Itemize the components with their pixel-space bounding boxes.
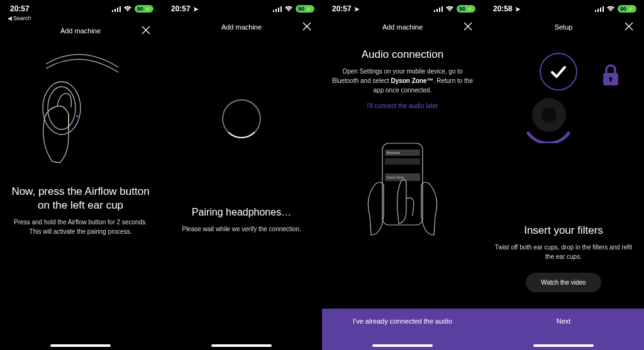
cellular-icon	[595, 6, 604, 12]
back-to-search[interactable]: ◀ Search	[0, 15, 161, 21]
header: Add machine	[0, 21, 161, 40]
status-bar: 20:57 ➤ 90⚡	[161, 0, 322, 18]
screen-3-audio-connection: 20:57 ➤ 90⚡ Add machine Audio connection…	[322, 0, 483, 350]
wifi-icon	[445, 6, 454, 12]
svg-point-4	[43, 82, 80, 134]
svg-rect-13	[439, 8, 440, 12]
header: Setup	[483, 18, 644, 36]
svg-rect-3	[119, 6, 121, 12]
screen-4-insert-filters: 20:58 ➤ 90⚡ Setup	[483, 0, 644, 350]
subtext: Press and hold the Airflow button for 2 …	[10, 217, 151, 236]
home-indicator[interactable]	[50, 344, 111, 347]
progress-arc-icon	[521, 88, 576, 143]
screen-1-airflow: 20:57 90⚡ ◀ Search Add machine	[0, 0, 161, 350]
screen-2-pairing: 20:57 ➤ 90⚡ Add machine Pairing headphon…	[161, 0, 322, 350]
svg-rect-21	[600, 8, 601, 12]
cellular-icon	[273, 6, 282, 12]
wifi-icon	[284, 6, 293, 12]
cellular-icon	[434, 6, 443, 12]
battery-indicator: 90⚡	[457, 5, 475, 13]
svg-rect-17	[385, 158, 420, 165]
heading: Pairing headphones…	[192, 206, 291, 219]
cellular-icon	[112, 6, 121, 12]
heading: Insert your filters	[524, 224, 603, 238]
svg-rect-8	[275, 9, 277, 12]
header: Add machine	[322, 18, 483, 36]
close-button[interactable]	[462, 20, 474, 33]
close-icon	[624, 21, 634, 31]
check-icon	[548, 62, 569, 82]
header-title: Add machine	[60, 27, 101, 35]
close-button[interactable]	[623, 20, 635, 33]
svg-rect-2	[117, 8, 118, 12]
next-button[interactable]: Next	[483, 309, 644, 350]
header-title: Add machine	[382, 23, 423, 31]
checkmark-badge	[540, 53, 577, 90]
status-bar: 20:57 ➤ 90⚡	[322, 0, 483, 18]
phone-illustration: Bluetooth Dyson Zone	[365, 141, 440, 266]
header-title: Setup	[555, 23, 573, 31]
watch-video-button[interactable]: Watch the video	[526, 273, 601, 292]
svg-point-6	[76, 115, 79, 118]
subtext: Please wait while we verify the connecti…	[182, 224, 301, 234]
phone-bluetooth-label: Bluetooth	[387, 151, 400, 155]
filter-graphic	[507, 53, 620, 153]
header: Add machine	[161, 18, 322, 36]
battery-indicator: 90⚡	[296, 5, 314, 13]
wifi-icon	[606, 6, 615, 12]
loading-spinner-icon	[222, 99, 261, 138]
already-connected-button[interactable]: I've already connected the audio	[322, 309, 483, 350]
svg-rect-20	[597, 9, 599, 12]
location-icon: ➤	[515, 6, 520, 13]
header-title: Add machine	[221, 23, 262, 31]
svg-rect-25	[610, 79, 612, 82]
chevron-left-icon: ◀	[8, 15, 12, 21]
status-bar: 20:58 ➤ 90⚡	[483, 0, 644, 18]
battery-indicator: 90⚡	[618, 5, 636, 13]
close-icon	[141, 25, 151, 35]
close-icon	[463, 21, 473, 31]
svg-rect-19	[595, 10, 596, 12]
status-time: 20:58	[493, 4, 513, 13]
close-icon	[302, 21, 312, 31]
wifi-icon	[123, 6, 132, 12]
svg-rect-10	[280, 6, 282, 12]
heading: Audio connection	[362, 48, 443, 62]
subtext: Open Settings on your mobile device, go …	[332, 67, 473, 95]
headphone-illustration	[24, 45, 137, 177]
heading: Now, press the Airflow button on the lef…	[10, 185, 151, 212]
home-indicator[interactable]	[372, 344, 433, 347]
svg-rect-9	[278, 8, 279, 12]
battery-indicator: 90⚡	[135, 5, 153, 13]
home-indicator[interactable]	[211, 344, 272, 347]
connect-later-link[interactable]: I'll connect the audio later	[367, 102, 438, 109]
close-button[interactable]	[140, 24, 152, 36]
location-icon: ➤	[354, 6, 359, 13]
status-time: 20:57	[171, 4, 191, 13]
svg-rect-7	[273, 10, 274, 12]
home-indicator[interactable]	[533, 344, 594, 347]
subtext: Twist off both ear cups, drop in the fil…	[493, 243, 634, 261]
svg-rect-12	[436, 9, 438, 12]
phone-list-item: Dyson Zone	[387, 175, 404, 179]
status-time: 20:57	[332, 4, 352, 13]
svg-rect-1	[114, 9, 116, 12]
svg-rect-14	[441, 6, 443, 12]
svg-rect-0	[112, 10, 113, 12]
close-button[interactable]	[301, 20, 313, 33]
lock-icon	[601, 63, 620, 87]
svg-rect-22	[602, 6, 604, 12]
svg-rect-11	[434, 10, 435, 12]
location-icon: ➤	[193, 6, 198, 13]
status-time: 20:57	[10, 4, 30, 13]
